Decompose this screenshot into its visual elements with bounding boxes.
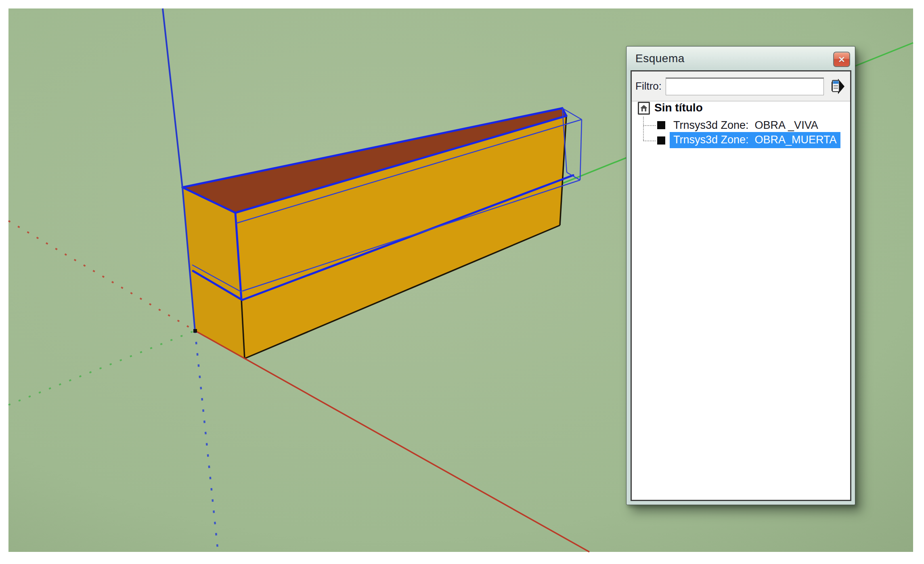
- screenshot-root: Esquema ✕ Filtro:: [0, 0, 924, 564]
- tree-connector: [643, 140, 656, 141]
- house-icon: [640, 104, 648, 112]
- filter-label: Filtro:: [635, 80, 662, 92]
- model-root-label[interactable]: Sin título: [654, 101, 703, 114]
- tree-connector: [643, 117, 644, 141]
- tree-item-obra-muerta-selected[interactable]: Trnsys3d Zone: OBRA_MUERTA: [670, 132, 840, 148]
- esquema-titlebar[interactable]: Esquema ✕: [627, 47, 855, 70]
- tree-item-obra-viva[interactable]: Trnsys3d Zone: OBRA _VIVA: [670, 117, 822, 134]
- outliner-tree: Sin título Trnsys3d Zone: OBRA _VIVA Trn…: [632, 101, 850, 499]
- component-bullet-icon: [657, 121, 665, 129]
- filter-forward-arrow-icon: [826, 76, 846, 96]
- close-button[interactable]: ✕: [833, 52, 850, 67]
- component-bullet-icon: [657, 136, 665, 145]
- filter-input[interactable]: [666, 78, 824, 95]
- filter-row: Filtro:: [632, 71, 850, 101]
- esquema-panel: Esquema ✕ Filtro:: [626, 46, 855, 505]
- panel-content: Filtro:: [631, 70, 851, 501]
- tree-connector: [643, 125, 656, 126]
- panel-title: Esquema: [635, 52, 685, 65]
- origin-point: [193, 329, 197, 333]
- close-icon: ✕: [838, 55, 845, 64]
- model-root-row[interactable]: [638, 102, 650, 115]
- filter-advance-button[interactable]: [826, 76, 846, 96]
